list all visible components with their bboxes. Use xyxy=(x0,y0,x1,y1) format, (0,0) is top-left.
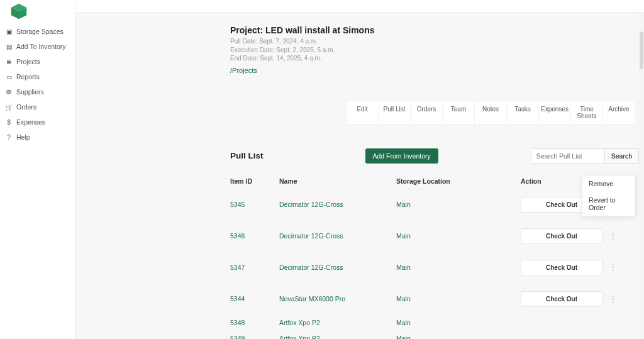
orders-icon: 🛒 xyxy=(5,104,13,111)
tab-pull-list[interactable]: Pull List xyxy=(378,101,410,124)
app-logo xyxy=(9,3,29,20)
tab-team[interactable]: Team xyxy=(442,101,474,124)
item-name-link[interactable]: NovaStar MX6000 Pro xyxy=(279,295,396,303)
nav-label: Suppliers xyxy=(16,88,44,96)
expenses-icon: $ xyxy=(5,119,13,126)
col-item-id: Item ID xyxy=(230,177,279,185)
menu-revert-to-order[interactable]: Revert to Order xyxy=(582,192,635,216)
nav-label: Add To Inventory xyxy=(16,43,66,50)
table-header: Item ID Name Storage Location Action xyxy=(230,174,630,189)
item-id-link[interactable]: 5346 xyxy=(230,232,279,240)
search-group: Search xyxy=(531,148,639,164)
check-out-button[interactable]: Check Out xyxy=(521,228,602,244)
nav-expenses[interactable]: $ Expenses xyxy=(0,114,75,130)
nav-add-inventory[interactable]: ▤ Add To Inventory xyxy=(0,39,75,54)
row-context-menu: Remove Revert to Order xyxy=(582,175,636,216)
topbar xyxy=(75,0,644,13)
project-end-date: End Date: Sept. 14, 2025, 4 a.m. xyxy=(230,54,639,63)
storage-link[interactable]: Main xyxy=(396,295,521,303)
table-row: 5347 Decimator 12G-Cross Main Check Out … xyxy=(230,252,630,284)
row-menu-button[interactable]: ⋮ xyxy=(602,232,624,240)
table-row: 5345 Decimator 12G-Cross Main Check Out … xyxy=(230,189,630,221)
storage-link[interactable]: Main xyxy=(396,232,521,240)
storage-link[interactable]: Main xyxy=(396,201,521,208)
project-tabs: Edit Pull List Orders Team Notes Tasks E… xyxy=(346,101,635,125)
pull-list-title: Pull List xyxy=(230,151,264,160)
scrollbar-track xyxy=(639,13,644,339)
item-name-link[interactable]: Decimator 12G-Cross xyxy=(279,232,396,240)
tab-orders[interactable]: Orders xyxy=(410,101,442,124)
projects-icon: ≣ xyxy=(5,58,13,65)
tab-edit[interactable]: Edit xyxy=(347,101,378,124)
suppliers-icon: ⛃ xyxy=(5,89,13,96)
tab-tasks[interactable]: Tasks xyxy=(506,101,538,124)
item-id-link[interactable]: 5349 xyxy=(230,335,279,340)
tab-time-sheets[interactable]: Time Sheets xyxy=(570,101,602,124)
storage-link[interactable]: Main xyxy=(396,335,521,340)
reports-icon: ▭ xyxy=(5,74,13,81)
tab-notes[interactable]: Notes xyxy=(474,101,506,124)
add-icon: ▤ xyxy=(5,43,13,50)
search-input[interactable] xyxy=(531,148,605,164)
main-content: Project: LED wall install at Simons Pull… xyxy=(230,25,639,339)
table-row: 5349 Artfox Xpo P2 Main xyxy=(230,331,630,340)
check-out-button[interactable]: Check Out xyxy=(521,260,602,275)
cube-icon xyxy=(10,3,28,20)
project-pull-date: Pull Date: Sept. 7, 2024, 4 a.m. xyxy=(230,37,639,46)
breadcrumb[interactable]: /Projects xyxy=(230,67,639,74)
project-title: Project: LED wall install at Simons xyxy=(230,25,639,35)
nav-label: Reports xyxy=(16,73,40,81)
help-icon: ? xyxy=(5,134,13,141)
nav-reports[interactable]: ▭ Reports xyxy=(0,69,75,84)
nav-orders[interactable]: 🛒 Orders xyxy=(0,99,75,114)
item-id-link[interactable]: 5344 xyxy=(230,295,279,303)
nav-label: Help xyxy=(16,133,30,141)
pull-list-header: Pull List Add From Inventory Search xyxy=(230,148,639,164)
nav-label: Orders xyxy=(16,103,36,111)
col-storage: Storage Location xyxy=(396,177,521,185)
nav-label: Projects xyxy=(16,58,40,65)
menu-remove[interactable]: Remove xyxy=(582,175,635,192)
storage-icon: ▣ xyxy=(5,28,13,35)
nav-label: Expenses xyxy=(16,118,45,126)
row-menu-button[interactable]: ⋮ xyxy=(602,264,624,271)
tab-archive[interactable]: Archive xyxy=(602,101,635,124)
project-exec-date: Execution Date: Sept. 2, 2025, 5 a.m. xyxy=(230,46,639,55)
add-from-inventory-button[interactable]: Add From Inventory xyxy=(365,148,438,164)
storage-link[interactable]: Main xyxy=(396,319,521,326)
pull-list-table: Item ID Name Storage Location Action 534… xyxy=(230,174,630,340)
nav-projects[interactable]: ≣ Projects xyxy=(0,54,75,69)
item-id-link[interactable]: 5345 xyxy=(230,201,279,208)
scrollbar-thumb[interactable] xyxy=(640,31,643,69)
item-name-link[interactable]: Artfox Xpo P2 xyxy=(279,335,396,340)
row-menu-button[interactable]: ⋮ xyxy=(602,295,624,303)
item-name-link[interactable]: Artfox Xpo P2 xyxy=(279,319,396,326)
col-name: Name xyxy=(279,177,396,185)
nav-suppliers[interactable]: ⛃ Suppliers xyxy=(0,84,75,99)
item-id-link[interactable]: 5347 xyxy=(230,264,279,271)
item-id-link[interactable]: 5348 xyxy=(230,319,279,326)
table-row: 5346 Decimator 12G-Cross Main Check Out … xyxy=(230,221,630,252)
storage-link[interactable]: Main xyxy=(396,264,521,271)
check-out-button[interactable]: Check Out xyxy=(521,291,602,307)
item-name-link[interactable]: Decimator 12G-Cross xyxy=(279,201,396,208)
nav-help[interactable]: ? Help xyxy=(0,130,75,145)
tab-expenses[interactable]: Expenses xyxy=(538,101,570,124)
search-button[interactable]: Search xyxy=(605,148,639,164)
table-row: 5344 NovaStar MX6000 Pro Main Check Out … xyxy=(230,284,630,315)
nav-label: Storage Spaces xyxy=(16,28,64,35)
sidebar: ▣ Storage Spaces ▤ Add To Inventory ≣ Pr… xyxy=(0,0,75,339)
table-row: 5348 Artfox Xpo P2 Main xyxy=(230,315,630,331)
nav-storage-spaces[interactable]: ▣ Storage Spaces xyxy=(0,24,75,39)
item-name-link[interactable]: Decimator 12G-Cross xyxy=(279,264,396,271)
